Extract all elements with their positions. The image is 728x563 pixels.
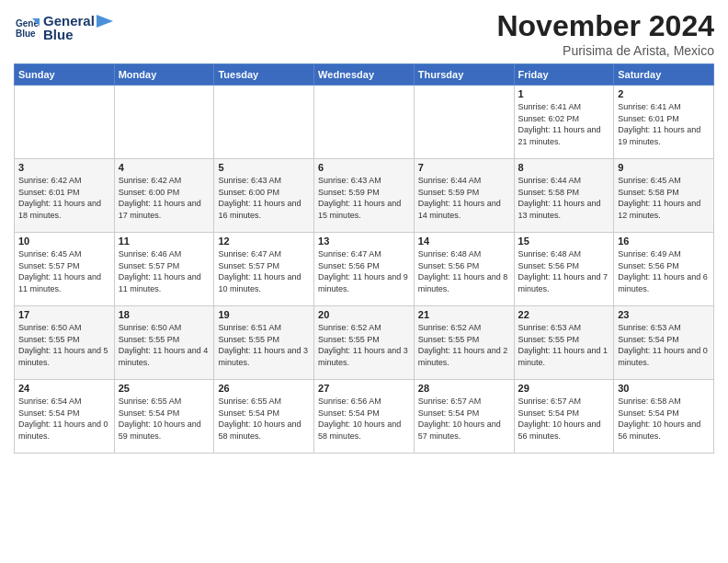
logo-icon: General Blue	[14, 15, 40, 40]
calendar-cell: 20Sunrise: 6:52 AM Sunset: 5:55 PM Dayli…	[314, 306, 415, 380]
header-friday: Friday	[514, 64, 614, 86]
calendar-cell: 22Sunrise: 6:53 AM Sunset: 5:55 PM Dayli…	[514, 306, 614, 380]
day-info: Sunrise: 6:54 AM Sunset: 5:54 PM Dayligh…	[18, 396, 110, 442]
day-info: Sunrise: 6:53 AM Sunset: 5:55 PM Dayligh…	[518, 322, 610, 368]
day-info: Sunrise: 6:52 AM Sunset: 5:55 PM Dayligh…	[418, 322, 510, 368]
day-number: 14	[418, 236, 510, 247]
header-wednesday: Wednesday	[314, 64, 415, 86]
calendar-cell	[414, 86, 514, 159]
calendar-cell: 15Sunrise: 6:48 AM Sunset: 5:56 PM Dayli…	[514, 233, 614, 306]
calendar-cell: 18Sunrise: 6:50 AM Sunset: 5:55 PM Dayli…	[114, 306, 214, 380]
calendar-cell: 2Sunrise: 6:41 AM Sunset: 6:01 PM Daylig…	[614, 86, 714, 159]
day-info: Sunrise: 6:46 AM Sunset: 5:57 PM Dayligh…	[119, 248, 210, 294]
calendar-cell: 29Sunrise: 6:57 AM Sunset: 5:54 PM Dayli…	[514, 380, 614, 454]
calendar-cell: 12Sunrise: 6:47 AM Sunset: 5:57 PM Dayli…	[214, 233, 314, 306]
day-info: Sunrise: 6:45 AM Sunset: 5:58 PM Dayligh…	[618, 175, 710, 221]
day-info: Sunrise: 6:50 AM Sunset: 5:55 PM Dayligh…	[18, 322, 110, 368]
day-number: 29	[518, 383, 610, 394]
main-container: General Blue General Blue November 2024 …	[0, 0, 728, 563]
calendar-cell	[214, 86, 314, 159]
day-info: Sunrise: 6:41 AM Sunset: 6:01 PM Dayligh…	[618, 101, 710, 147]
calendar-cell: 25Sunrise: 6:55 AM Sunset: 5:54 PM Dayli…	[114, 380, 214, 454]
day-number: 18	[119, 309, 210, 320]
day-info: Sunrise: 6:49 AM Sunset: 5:56 PM Dayligh…	[618, 248, 710, 294]
svg-marker-4	[97, 15, 113, 28]
day-info: Sunrise: 6:47 AM Sunset: 5:57 PM Dayligh…	[218, 248, 310, 294]
day-number: 24	[18, 383, 110, 394]
day-number: 1	[518, 88, 610, 99]
day-info: Sunrise: 6:45 AM Sunset: 5:57 PM Dayligh…	[18, 248, 110, 294]
day-number: 11	[119, 236, 210, 247]
calendar-header-row: SundayMondayTuesdayWednesdayThursdayFrid…	[15, 64, 714, 86]
calendar-cell	[114, 86, 214, 159]
day-info: Sunrise: 6:51 AM Sunset: 5:55 PM Dayligh…	[218, 322, 310, 368]
day-number: 25	[119, 383, 210, 394]
day-info: Sunrise: 6:50 AM Sunset: 5:55 PM Dayligh…	[119, 322, 210, 368]
day-info: Sunrise: 6:43 AM Sunset: 5:59 PM Dayligh…	[318, 175, 410, 221]
calendar-cell: 23Sunrise: 6:53 AM Sunset: 5:54 PM Dayli…	[614, 306, 714, 380]
calendar-cell: 7Sunrise: 6:44 AM Sunset: 5:59 PM Daylig…	[414, 159, 514, 233]
day-info: Sunrise: 6:44 AM Sunset: 5:58 PM Dayligh…	[518, 175, 610, 221]
day-number: 15	[518, 236, 610, 247]
day-info: Sunrise: 6:57 AM Sunset: 5:54 PM Dayligh…	[418, 396, 510, 442]
day-info: Sunrise: 6:47 AM Sunset: 5:56 PM Dayligh…	[318, 248, 410, 294]
day-info: Sunrise: 6:44 AM Sunset: 5:59 PM Dayligh…	[418, 175, 510, 221]
svg-text:Blue: Blue	[16, 29, 36, 39]
day-number: 3	[18, 162, 110, 173]
day-number: 2	[618, 88, 710, 99]
day-info: Sunrise: 6:42 AM Sunset: 6:00 PM Dayligh…	[119, 175, 210, 221]
header-monday: Monday	[114, 64, 214, 86]
calendar-cell: 13Sunrise: 6:47 AM Sunset: 5:56 PM Dayli…	[314, 233, 415, 306]
day-number: 27	[318, 383, 410, 394]
day-info: Sunrise: 6:58 AM Sunset: 5:54 PM Dayligh…	[618, 396, 710, 442]
day-number: 22	[518, 309, 610, 320]
calendar-cell: 6Sunrise: 6:43 AM Sunset: 5:59 PM Daylig…	[314, 159, 415, 233]
day-number: 4	[119, 162, 210, 173]
calendar-cell: 10Sunrise: 6:45 AM Sunset: 5:57 PM Dayli…	[15, 233, 115, 306]
calendar-cell: 11Sunrise: 6:46 AM Sunset: 5:57 PM Dayli…	[114, 233, 214, 306]
day-number: 19	[218, 309, 310, 320]
day-info: Sunrise: 6:48 AM Sunset: 5:56 PM Dayligh…	[418, 248, 510, 294]
calendar-cell: 3Sunrise: 6:42 AM Sunset: 6:01 PM Daylig…	[15, 159, 115, 233]
month-title: November 2024	[496, 9, 714, 43]
calendar-cell: 9Sunrise: 6:45 AM Sunset: 5:58 PM Daylig…	[614, 159, 714, 233]
day-info: Sunrise: 6:55 AM Sunset: 5:54 PM Dayligh…	[218, 396, 310, 442]
location: Purisima de Arista, Mexico	[496, 43, 714, 58]
calendar-week-row: 17Sunrise: 6:50 AM Sunset: 5:55 PM Dayli…	[15, 306, 714, 380]
calendar-cell: 5Sunrise: 6:43 AM Sunset: 6:00 PM Daylig…	[214, 159, 314, 233]
day-info: Sunrise: 6:57 AM Sunset: 5:54 PM Dayligh…	[518, 396, 610, 442]
calendar-cell: 30Sunrise: 6:58 AM Sunset: 5:54 PM Dayli…	[614, 380, 714, 454]
day-info: Sunrise: 6:42 AM Sunset: 6:01 PM Dayligh…	[18, 175, 110, 221]
header-tuesday: Tuesday	[214, 64, 314, 86]
calendar-cell: 8Sunrise: 6:44 AM Sunset: 5:58 PM Daylig…	[514, 159, 614, 233]
day-number: 6	[318, 162, 410, 173]
header: General Blue General Blue November 2024 …	[14, 9, 714, 58]
day-number: 21	[418, 309, 510, 320]
calendar-cell: 21Sunrise: 6:52 AM Sunset: 5:55 PM Dayli…	[414, 306, 514, 380]
day-info: Sunrise: 6:55 AM Sunset: 5:54 PM Dayligh…	[119, 396, 210, 442]
day-number: 16	[618, 236, 710, 247]
calendar-cell: 28Sunrise: 6:57 AM Sunset: 5:54 PM Dayli…	[414, 380, 514, 454]
header-sunday: Sunday	[15, 64, 115, 86]
day-number: 9	[618, 162, 710, 173]
calendar-week-row: 3Sunrise: 6:42 AM Sunset: 6:01 PM Daylig…	[15, 159, 714, 233]
day-number: 17	[18, 309, 110, 320]
day-number: 26	[218, 383, 310, 394]
calendar-cell: 24Sunrise: 6:54 AM Sunset: 5:54 PM Dayli…	[15, 380, 115, 454]
day-info: Sunrise: 6:53 AM Sunset: 5:54 PM Dayligh…	[618, 322, 710, 368]
logo-line2: Blue	[43, 27, 113, 42]
calendar-week-row: 1Sunrise: 6:41 AM Sunset: 6:02 PM Daylig…	[15, 86, 714, 159]
calendar-cell: 1Sunrise: 6:41 AM Sunset: 6:02 PM Daylig…	[514, 86, 614, 159]
day-number: 30	[618, 383, 710, 394]
calendar-table: SundayMondayTuesdayWednesdayThursdayFrid…	[14, 63, 714, 454]
day-number: 5	[218, 162, 310, 173]
day-number: 7	[418, 162, 510, 173]
day-info: Sunrise: 6:43 AM Sunset: 6:00 PM Dayligh…	[218, 175, 310, 221]
calendar-cell	[15, 86, 115, 159]
calendar-cell: 26Sunrise: 6:55 AM Sunset: 5:54 PM Dayli…	[214, 380, 314, 454]
calendar-week-row: 24Sunrise: 6:54 AM Sunset: 5:54 PM Dayli…	[15, 380, 714, 454]
calendar-cell: 27Sunrise: 6:56 AM Sunset: 5:54 PM Dayli…	[314, 380, 415, 454]
header-saturday: Saturday	[614, 64, 714, 86]
calendar-cell: 16Sunrise: 6:49 AM Sunset: 5:56 PM Dayli…	[614, 233, 714, 306]
day-number: 12	[218, 236, 310, 247]
